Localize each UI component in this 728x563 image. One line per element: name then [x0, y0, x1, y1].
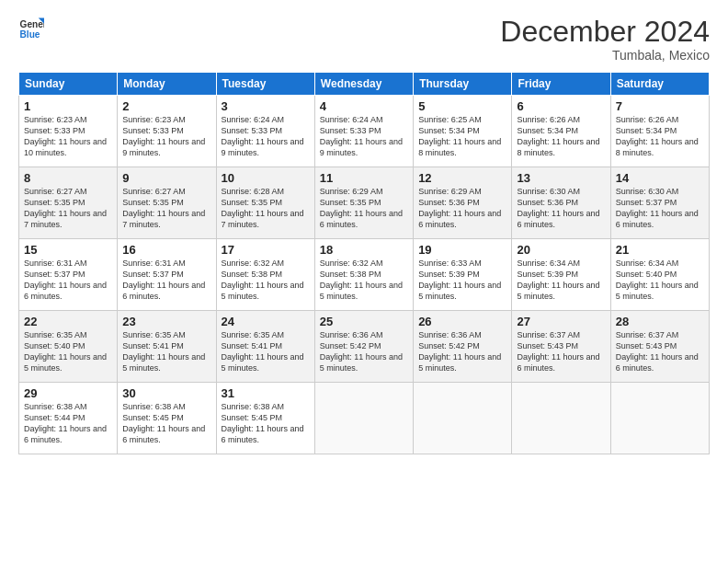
- col-wednesday: Wednesday: [314, 73, 413, 96]
- day-number: 13: [517, 171, 605, 185]
- day-cell: 9Sunrise: 6:27 AMSunset: 5:35 PMDaylight…: [118, 167, 216, 239]
- day-cell: 31Sunrise: 6:38 AMSunset: 5:45 PMDayligh…: [216, 383, 314, 454]
- day-cell: 6Sunrise: 6:26 AMSunset: 5:34 PMDaylight…: [512, 96, 610, 167]
- day-info: Sunrise: 6:35 AMSunset: 5:41 PMDaylight:…: [222, 329, 310, 374]
- col-tuesday: Tuesday: [216, 73, 314, 96]
- day-number: 22: [24, 315, 112, 328]
- day-cell: 14Sunrise: 6:30 AMSunset: 5:37 PMDayligh…: [610, 167, 709, 239]
- col-monday: Monday: [118, 73, 216, 96]
- day-number: 10: [222, 171, 310, 185]
- day-info: Sunrise: 6:34 AMSunset: 5:39 PMDaylight:…: [517, 258, 605, 303]
- day-cell: 30Sunrise: 6:38 AMSunset: 5:45 PMDayligh…: [118, 383, 216, 454]
- day-info: Sunrise: 6:36 AMSunset: 5:42 PMDaylight:…: [418, 329, 506, 374]
- day-number: 30: [122, 386, 210, 400]
- day-number: 27: [517, 315, 605, 328]
- day-number: 25: [320, 315, 408, 328]
- day-cell: 18Sunrise: 6:32 AMSunset: 5:38 PMDayligh…: [314, 239, 413, 311]
- header-row: Sunday Monday Tuesday Wednesday Thursday…: [19, 73, 710, 96]
- calendar-table: Sunday Monday Tuesday Wednesday Thursday…: [18, 72, 710, 454]
- day-number: 15: [24, 243, 112, 257]
- day-info: Sunrise: 6:30 AMSunset: 5:36 PMDaylight:…: [517, 186, 605, 231]
- day-number: 24: [222, 315, 310, 328]
- month-title: December 2024: [500, 17, 710, 46]
- day-info: Sunrise: 6:27 AMSunset: 5:35 PMDaylight:…: [122, 186, 210, 231]
- page: General Blue December 2024 Tumbala, Mexi…: [0, 0, 728, 563]
- location: Tumbala, Mexico: [500, 48, 710, 63]
- day-cell: 11Sunrise: 6:29 AMSunset: 5:35 PMDayligh…: [314, 167, 413, 239]
- day-info: Sunrise: 6:38 AMSunset: 5:45 PMDaylight:…: [122, 401, 210, 446]
- col-friday: Friday: [512, 73, 610, 96]
- day-info: Sunrise: 6:34 AMSunset: 5:40 PMDaylight:…: [616, 258, 704, 303]
- day-info: Sunrise: 6:23 AMSunset: 5:33 PMDaylight:…: [24, 114, 112, 159]
- day-info: Sunrise: 6:35 AMSunset: 5:40 PMDaylight:…: [24, 329, 112, 374]
- day-number: 31: [222, 386, 310, 400]
- day-info: Sunrise: 6:24 AMSunset: 5:33 PMDaylight:…: [320, 114, 408, 159]
- day-cell: 27Sunrise: 6:37 AMSunset: 5:43 PMDayligh…: [512, 311, 610, 383]
- week-row: 29Sunrise: 6:38 AMSunset: 5:44 PMDayligh…: [19, 383, 710, 454]
- day-number: 2: [122, 99, 210, 113]
- day-cell: 7Sunrise: 6:26 AMSunset: 5:34 PMDaylight…: [610, 96, 709, 167]
- day-number: 18: [320, 243, 408, 257]
- day-number: 16: [122, 243, 210, 257]
- day-info: Sunrise: 6:32 AMSunset: 5:38 PMDaylight:…: [320, 258, 408, 303]
- logo: General Blue: [18, 17, 44, 42]
- day-info: Sunrise: 6:28 AMSunset: 5:35 PMDaylight:…: [222, 186, 310, 231]
- day-cell: 10Sunrise: 6:28 AMSunset: 5:35 PMDayligh…: [216, 167, 314, 239]
- day-number: 4: [320, 99, 408, 113]
- day-cell: 24Sunrise: 6:35 AMSunset: 5:41 PMDayligh…: [216, 311, 314, 383]
- day-number: 29: [24, 386, 112, 400]
- day-number: 11: [320, 171, 408, 185]
- day-cell: [314, 383, 413, 454]
- day-cell: 13Sunrise: 6:30 AMSunset: 5:36 PMDayligh…: [512, 167, 610, 239]
- day-cell: 22Sunrise: 6:35 AMSunset: 5:40 PMDayligh…: [19, 311, 118, 383]
- day-info: Sunrise: 6:26 AMSunset: 5:34 PMDaylight:…: [517, 114, 605, 159]
- day-cell: 8Sunrise: 6:27 AMSunset: 5:35 PMDaylight…: [19, 167, 118, 239]
- svg-text:Blue: Blue: [20, 29, 40, 40]
- day-number: 26: [418, 315, 506, 328]
- day-cell: 16Sunrise: 6:31 AMSunset: 5:37 PMDayligh…: [118, 239, 216, 311]
- day-info: Sunrise: 6:31 AMSunset: 5:37 PMDaylight:…: [24, 258, 112, 303]
- day-cell: 4Sunrise: 6:24 AMSunset: 5:33 PMDaylight…: [314, 96, 413, 167]
- day-cell: 17Sunrise: 6:32 AMSunset: 5:38 PMDayligh…: [216, 239, 314, 311]
- day-info: Sunrise: 6:29 AMSunset: 5:36 PMDaylight:…: [418, 186, 506, 231]
- day-cell: 3Sunrise: 6:24 AMSunset: 5:33 PMDaylight…: [216, 96, 314, 167]
- day-cell: 20Sunrise: 6:34 AMSunset: 5:39 PMDayligh…: [512, 239, 610, 311]
- day-cell: 15Sunrise: 6:31 AMSunset: 5:37 PMDayligh…: [19, 239, 118, 311]
- col-sunday: Sunday: [19, 73, 118, 96]
- day-number: 5: [418, 99, 506, 113]
- col-saturday: Saturday: [610, 73, 709, 96]
- day-cell: 19Sunrise: 6:33 AMSunset: 5:39 PMDayligh…: [414, 239, 512, 311]
- day-info: Sunrise: 6:37 AMSunset: 5:43 PMDaylight:…: [616, 329, 704, 374]
- day-number: 6: [517, 99, 605, 113]
- logo-icon: General Blue: [18, 17, 44, 42]
- day-info: Sunrise: 6:37 AMSunset: 5:43 PMDaylight:…: [517, 329, 605, 374]
- day-info: Sunrise: 6:30 AMSunset: 5:37 PMDaylight:…: [616, 186, 704, 231]
- day-info: Sunrise: 6:23 AMSunset: 5:33 PMDaylight:…: [122, 114, 210, 159]
- day-info: Sunrise: 6:32 AMSunset: 5:38 PMDaylight:…: [222, 258, 310, 303]
- day-info: Sunrise: 6:35 AMSunset: 5:41 PMDaylight:…: [122, 329, 210, 374]
- day-cell: 21Sunrise: 6:34 AMSunset: 5:40 PMDayligh…: [610, 239, 709, 311]
- day-info: Sunrise: 6:24 AMSunset: 5:33 PMDaylight:…: [222, 114, 310, 159]
- header: General Blue December 2024 Tumbala, Mexi…: [18, 17, 710, 63]
- day-cell: [610, 383, 709, 454]
- day-number: 21: [616, 243, 704, 257]
- day-cell: 26Sunrise: 6:36 AMSunset: 5:42 PMDayligh…: [414, 311, 512, 383]
- day-number: 20: [517, 243, 605, 257]
- day-info: Sunrise: 6:31 AMSunset: 5:37 PMDaylight:…: [122, 258, 210, 303]
- day-info: Sunrise: 6:27 AMSunset: 5:35 PMDaylight:…: [24, 186, 112, 231]
- week-row: 8Sunrise: 6:27 AMSunset: 5:35 PMDaylight…: [19, 167, 710, 239]
- day-cell: [512, 383, 610, 454]
- day-number: 17: [222, 243, 310, 257]
- day-cell: [414, 383, 512, 454]
- day-cell: 23Sunrise: 6:35 AMSunset: 5:41 PMDayligh…: [118, 311, 216, 383]
- svg-text:General: General: [20, 19, 44, 29]
- week-row: 1Sunrise: 6:23 AMSunset: 5:33 PMDaylight…: [19, 96, 710, 167]
- day-number: 12: [418, 171, 506, 185]
- day-number: 8: [24, 171, 112, 185]
- day-number: 19: [418, 243, 506, 257]
- day-cell: 29Sunrise: 6:38 AMSunset: 5:44 PMDayligh…: [19, 383, 118, 454]
- day-number: 3: [222, 99, 310, 113]
- day-info: Sunrise: 6:25 AMSunset: 5:34 PMDaylight:…: [418, 114, 506, 159]
- day-number: 7: [616, 99, 704, 113]
- title-block: December 2024 Tumbala, Mexico: [500, 17, 710, 63]
